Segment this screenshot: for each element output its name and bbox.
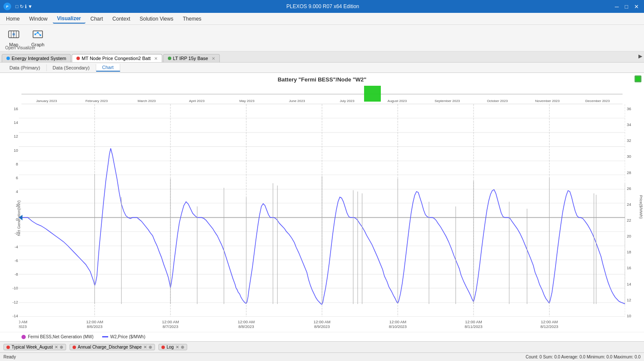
overview-month-jul: July 2023 bbox=[322, 99, 372, 103]
tag-remove-button[interactable]: ✕ bbox=[143, 345, 147, 349]
svg-text:12:00 AM: 12:00 AM bbox=[162, 319, 179, 324]
legend-dot-generation bbox=[21, 335, 26, 339]
y-label: -4 bbox=[6, 245, 18, 249]
close-button[interactable]: ✕ bbox=[632, 3, 641, 10]
svg-marker-70 bbox=[19, 215, 22, 220]
overview-month-jan: January 2023 bbox=[21, 99, 72, 103]
y-label: 14 bbox=[6, 120, 18, 125]
y-label-right: 26 bbox=[627, 187, 643, 191]
svg-text:8/12/2023: 8/12/2023 bbox=[541, 324, 559, 329]
chart-area: Net Generation(MW) 16 14 12 10 8 6 4 2 0… bbox=[0, 104, 644, 332]
chart-plot: 12:00 AM 8/5/2023 12:00 AM 8/6/2023 12:0… bbox=[19, 104, 625, 332]
tag-add-button[interactable]: ⊕ bbox=[181, 345, 184, 349]
y-label-right: 16 bbox=[627, 266, 643, 270]
svg-text:8/8/2023: 8/8/2023 bbox=[238, 324, 254, 329]
tabs-bar: Energy Integrated System MT Node Price C… bbox=[0, 51, 644, 63]
title-bar-right[interactable]: ─ □ ✕ bbox=[613, 3, 641, 10]
tag-remove-button[interactable]: ✕ bbox=[176, 345, 179, 349]
tab-mt-node-price[interactable]: MT Node Price Congestion2 Batt ✕ bbox=[72, 54, 162, 62]
bottom-tags: Typical Week_August ✕ ⊕ Annual Charge_Di… bbox=[0, 341, 644, 352]
y-label-right: 36 bbox=[627, 107, 643, 111]
tag-label: Annual Charge_Discharge Shape bbox=[78, 345, 142, 349]
svg-text:12:00 AM: 12:00 AM bbox=[313, 319, 331, 324]
title-bar: P □ ↻ ℹ ▼ PLEXOS 9.000 R07 x64 Edition ─… bbox=[0, 0, 644, 13]
svg-text:8/9/2023: 8/9/2023 bbox=[314, 324, 330, 329]
overview-month-may: May 2023 bbox=[222, 99, 272, 103]
sub-tab-chart[interactable]: Chart bbox=[96, 64, 120, 72]
title-bar-left: P □ ↻ ℹ ▼ bbox=[3, 3, 33, 10]
minimize-button[interactable]: ─ bbox=[613, 3, 620, 10]
tag-remove-button[interactable]: ✕ bbox=[55, 345, 58, 349]
menu-window[interactable]: Window bbox=[25, 15, 52, 23]
menu-chart[interactable]: Chart bbox=[86, 15, 107, 23]
tab-dot bbox=[76, 57, 80, 60]
sub-tab-data-primary[interactable]: Data (Primary) bbox=[3, 64, 47, 71]
y-label: 6 bbox=[6, 176, 18, 180]
svg-text:8/5/2023: 8/5/2023 bbox=[19, 324, 27, 329]
y-label-right: 18 bbox=[627, 250, 643, 254]
menu-home[interactable]: Home bbox=[2, 15, 24, 23]
y-label-right: 34 bbox=[627, 123, 643, 127]
overview-month-apr: April 2023 bbox=[172, 99, 222, 103]
overview-month-feb: February 2023 bbox=[72, 99, 122, 103]
status-ready: Ready bbox=[3, 355, 16, 359]
toolbar: Map Graph Open Visualizer bbox=[0, 25, 644, 51]
tag-log[interactable]: Log ✕ ⊕ bbox=[158, 344, 187, 350]
tab-lt-irp[interactable]: LT IRP 15y Base ✕ bbox=[163, 54, 220, 62]
svg-text:8/6/2023: 8/6/2023 bbox=[87, 324, 102, 329]
overview-month-sep: September 2023 bbox=[422, 99, 472, 103]
tag-label: Log bbox=[167, 345, 174, 349]
sub-tabs: Data (Primary) Data (Secondary) Chart bbox=[0, 63, 644, 73]
legend-label-price: W2,Price ($/MWh) bbox=[110, 334, 146, 339]
menu-themes[interactable]: Themes bbox=[179, 15, 206, 23]
overview-month-oct: October 2023 bbox=[472, 99, 522, 103]
overview-month-aug: August 2023 bbox=[372, 99, 422, 103]
y-label-right: 10 bbox=[627, 314, 643, 318]
y-axis-right-title: Price($/MWh) bbox=[639, 195, 643, 219]
y-label-right: 28 bbox=[627, 171, 643, 175]
window-title: PLEXOS 9.000 R07 x64 Edition bbox=[33, 3, 613, 9]
y-label: -6 bbox=[6, 259, 18, 263]
menu-bar: Home Window Visualizer Chart Context Sol… bbox=[0, 13, 644, 25]
y-label: 16 bbox=[6, 107, 18, 111]
tab-label: LT IRP 15y Base bbox=[173, 56, 208, 61]
svg-text:12:00 AM: 12:00 AM bbox=[541, 319, 558, 324]
tag-add-button[interactable]: ⊕ bbox=[60, 345, 63, 349]
tag-annual-charge[interactable]: Annual Charge_Discharge Shape ✕ ⊕ bbox=[70, 344, 155, 350]
tag-label: Typical Week_August bbox=[12, 345, 53, 349]
y-label: 12 bbox=[6, 134, 18, 138]
y-label: 4 bbox=[6, 190, 18, 194]
svg-text:8/11/2023: 8/11/2023 bbox=[465, 324, 483, 329]
status-bar: Ready Count: 0 Sum: 0.0 Average: 0.0 Min… bbox=[0, 352, 644, 361]
maximize-button[interactable]: □ bbox=[623, 3, 630, 10]
menu-visualizer[interactable]: Visualizer bbox=[53, 14, 85, 24]
tab-label: Energy Integrated System bbox=[12, 56, 66, 61]
tab-scroll-right-button[interactable]: ▶ bbox=[638, 53, 642, 59]
tab-energy-integrated-system[interactable]: Energy Integrated System bbox=[2, 54, 71, 62]
tag-typical-week[interactable]: Typical Week_August ✕ ⊕ bbox=[3, 344, 66, 350]
tag-dot bbox=[6, 346, 10, 349]
y-label-right: 12 bbox=[627, 298, 643, 302]
y-label-right: 20 bbox=[627, 234, 643, 238]
y-axis-left: 16 14 12 10 8 6 4 2 0 -2 -4 -6 -8 -10 -1… bbox=[0, 104, 19, 332]
legend-line-price bbox=[102, 336, 108, 337]
svg-text:12:00 AM: 12:00 AM bbox=[465, 319, 482, 324]
quick-access: □ ↻ ℹ ▼ bbox=[15, 4, 33, 9]
menu-context[interactable]: Context bbox=[108, 15, 134, 23]
y-label: 10 bbox=[6, 148, 18, 153]
overview-zero-line bbox=[21, 94, 623, 94]
tag-add-button[interactable]: ⊕ bbox=[149, 345, 152, 349]
chart-corner-icon[interactable] bbox=[635, 75, 641, 82]
tab-close-button[interactable]: ✕ bbox=[154, 56, 158, 61]
chart-title: Battery "Fermi BESS"/Node "W2" bbox=[0, 73, 644, 84]
sub-tab-data-secondary[interactable]: Data (Secondary) bbox=[47, 64, 96, 71]
overview-month-mar: March 2023 bbox=[122, 99, 172, 103]
y-label: -12 bbox=[6, 300, 18, 304]
overview-month-jun: June 2023 bbox=[272, 99, 322, 103]
map-icon bbox=[7, 27, 21, 41]
tab-label: MT Node Price Congestion2 Batt bbox=[82, 56, 151, 61]
tab-close-button[interactable]: ✕ bbox=[212, 56, 215, 61]
menu-solution-views[interactable]: Solution Views bbox=[135, 15, 178, 23]
legend-item-generation: Fermi BESS,Net Generation (MW) bbox=[21, 334, 94, 339]
svg-text:12:00 AM: 12:00 AM bbox=[389, 319, 407, 324]
